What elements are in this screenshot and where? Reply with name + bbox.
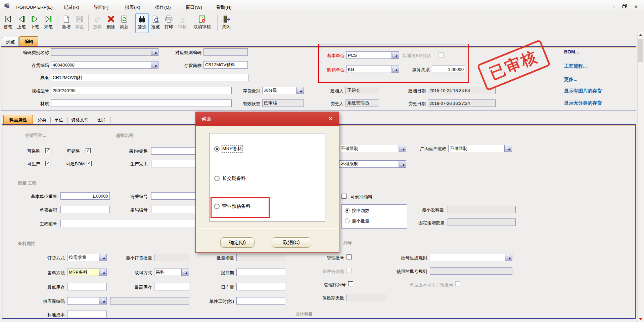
checkbox-can-produce[interactable] (45, 161, 50, 166)
field-base-unit[interactable]: PCS (346, 51, 399, 59)
checkbox-can-sell[interactable] (86, 148, 91, 153)
field-item-short-name[interactable]: CR12MOV精料 (203, 61, 248, 69)
subtab-unit[interactable]: 单位 (54, 117, 67, 123)
section-item-usable: 存货可作... (25, 132, 46, 138)
option-mrp-spare[interactable]: MRP备料 (214, 145, 242, 153)
checkbox-manage-batch-no[interactable] (347, 254, 352, 259)
binoculars-icon (138, 15, 146, 24)
lookup-icon[interactable] (99, 297, 106, 304)
cancel-button[interactable]: 取消(C) (272, 237, 311, 248)
field-standard-cost[interactable] (67, 311, 107, 318)
field-supplier-code[interactable] (67, 297, 107, 305)
field-order-method[interactable]: 按需求量 (67, 254, 107, 261)
menu-operate[interactable]: 操作(O) (155, 4, 171, 10)
link-process-flow[interactable]: 工艺流程... (564, 63, 587, 69)
scroll-up-icon (639, 34, 642, 36)
field-conversion-ratio[interactable]: 1.00000 (432, 66, 465, 73)
checkbox-can-purchase[interactable] (45, 148, 50, 153)
link-more[interactable]: 更多... (564, 77, 578, 83)
scroll-up-button[interactable] (638, 32, 643, 38)
field-product-name[interactable]: CR12MOV精料 (51, 74, 248, 81)
lookup-icon[interactable] (399, 145, 406, 152)
option-long-leadtime-spare[interactable]: 长交期备料 (214, 174, 246, 183)
field-restriction-2[interactable]: 不做限制 (339, 160, 406, 168)
toolbar-prev-record-button[interactable]: 上笔 (15, 13, 28, 33)
link-show-items-with-images[interactable]: 显示有图片的存货 (564, 88, 602, 94)
toolbar-last-record-button[interactable]: 末笔 (42, 13, 55, 33)
menu-tgroup-erp[interactable]: T-GROUP ERP(E) (15, 4, 53, 10)
toolbar-delete-button[interactable]: 删除 (104, 13, 118, 33)
label-unit-work-seconds: 单件工时(秒) (194, 298, 234, 305)
help-dialog-titlebar[interactable]: 帮助 (196, 112, 339, 126)
lookup-icon[interactable] (504, 145, 512, 152)
toolbar-print-button[interactable]: 打印 (162, 13, 176, 33)
lookup-icon[interactable] (99, 269, 106, 276)
checkbox-backflush-issue[interactable] (341, 194, 347, 199)
field-batch-no-rule[interactable] (430, 254, 512, 261)
spare-method-option-list: MRP备料 长交期备料 营业预估备料 (209, 133, 325, 222)
toolbar-cancel-audit-button[interactable]: 取消审核 (189, 13, 215, 33)
toolbar-new-button[interactable]: 新增 (59, 13, 73, 33)
toolbar-close-button[interactable]: 关闭 (220, 13, 233, 33)
field-acquire-method[interactable]: 采购 (154, 269, 189, 276)
link-bom[interactable]: BOM... (564, 49, 579, 54)
label-batch-increment: 批量增量 (200, 255, 234, 261)
field-item-code[interactable]: 400400008 (51, 61, 158, 69)
ok-button[interactable]: 确定(Q) (220, 237, 255, 248)
menu-ui[interactable]: 界面(F) (94, 4, 108, 10)
checkbox-manage-serial-no[interactable] (348, 281, 353, 286)
lookup-icon[interactable] (151, 49, 158, 55)
lookup-icon[interactable] (99, 254, 106, 261)
toolbar-next-record-button[interactable]: 下笔 (28, 13, 42, 33)
field-material[interactable] (51, 99, 232, 107)
field-min-stock[interactable] (67, 283, 107, 290)
subtab-qualification-files[interactable]: 资格文件 (71, 117, 93, 123)
checkbox-can-build-bom[interactable] (87, 161, 92, 166)
field-item-level[interactable]: 未分级 (262, 87, 304, 94)
lookup-icon[interactable] (392, 66, 399, 73)
field-rule-code[interactable] (203, 48, 248, 56)
field-spec-model[interactable]: 250*240*35 (51, 87, 232, 94)
scrollbar-thumb[interactable] (638, 39, 643, 62)
field-max-stock[interactable] (154, 283, 189, 290)
lookup-icon[interactable] (505, 254, 512, 261)
field-base-unit-weight[interactable]: 1.00000 (60, 192, 110, 200)
toolbar-preview-button[interactable]: 预览 (149, 13, 162, 33)
field-trade-unit[interactable]: KG (346, 66, 399, 73)
erp-window: T-GROUP ERP(E) 记录(R) 界面(F) 报表(R) 操作(O) 窗… (0, 0, 644, 322)
vertical-scrollbar[interactable] (637, 32, 644, 322)
menu-report[interactable]: 报表(R) (125, 4, 140, 10)
field-spare-method[interactable]: MRP备料 (67, 269, 107, 276)
subtab-classification[interactable]: 分类 (38, 117, 51, 123)
menu-help[interactable]: 帮助(H) (216, 4, 232, 10)
field-lead-time[interactable] (236, 269, 285, 276)
subtab-images[interactable]: 图片 (97, 117, 110, 123)
radio-min-batch[interactable] (345, 218, 350, 223)
lookup-icon[interactable] (296, 87, 304, 94)
tab-browse[interactable]: 浏览 (2, 37, 19, 46)
field-unit-work-seconds[interactable] (236, 297, 285, 305)
menu-window[interactable]: 窗口(W) (186, 4, 202, 10)
menu-record[interactable]: 记录(R) (64, 4, 79, 10)
help-dialog-close-icon[interactable]: ✕ (327, 115, 335, 123)
toolbar-filter-button[interactable]: 筛选 (135, 13, 149, 33)
toolbar-refresh-button[interactable]: 刷新 (118, 13, 131, 33)
tab-edit[interactable]: 编辑 (19, 36, 38, 46)
toolbar-first-record-button[interactable]: 首笔 (1, 13, 15, 33)
restore-button[interactable] (620, 4, 629, 10)
field-restriction-1[interactable]: 不做限制 (339, 145, 406, 152)
lookup-icon[interactable] (392, 52, 399, 58)
subtab-item-attributes[interactable]: 料品属性 (3, 115, 33, 124)
field-factory-process-flow[interactable]: 不做限制 (448, 145, 512, 152)
close-window-button[interactable]: ✕ (632, 4, 640, 10)
lookup-icon[interactable] (181, 269, 189, 276)
radio-by-requested-qty[interactable] (345, 208, 350, 213)
field-box-volume[interactable] (60, 206, 110, 213)
field-code-category[interactable] (51, 48, 158, 56)
lookup-icon[interactable] (151, 62, 158, 68)
link-show-unclassified-items[interactable]: 显示无分类的存货 (564, 100, 602, 106)
minimize-button[interactable]: – (610, 4, 618, 10)
lookup-icon[interactable] (399, 161, 406, 167)
field-daily-output[interactable] (236, 283, 285, 290)
scroll-down-button[interactable] (638, 316, 643, 322)
